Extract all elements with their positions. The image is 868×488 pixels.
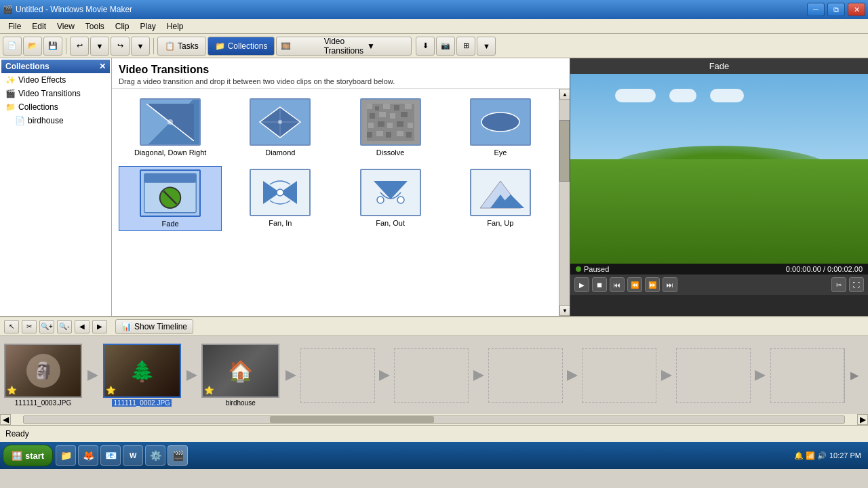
sb-select-button[interactable]: ↖	[4, 320, 19, 333]
menu-view[interactable]: View	[52, 20, 80, 33]
undo-button[interactable]: ↩	[70, 37, 89, 56]
scroll-left-button[interactable]: ◀	[0, 414, 11, 425]
tasks-button[interactable]: 📋 Tasks	[157, 37, 206, 56]
undo-dropdown[interactable]: ▼	[90, 37, 109, 56]
scroll-right-button[interactable]: ▶	[857, 414, 868, 425]
content-scrollbar[interactable]: ▲ ▼	[559, 89, 570, 316]
transition-thumb-fan-in	[250, 169, 311, 216]
sb-trim-button[interactable]: ✂	[22, 320, 37, 333]
birdhouse-label: birdhouse	[28, 116, 64, 125]
transition-fan-out[interactable]: Fan, Out	[339, 166, 442, 231]
svg-rect-14	[379, 112, 386, 117]
transition-fan-in[interactable]: Fan, In	[229, 166, 332, 231]
sidebar-item-video-transitions[interactable]: 🎬 Video Transitions	[1, 87, 110, 100]
empty-slot-6[interactable]	[770, 348, 845, 403]
toolbar-separator-2	[153, 38, 154, 54]
empty-slot-5[interactable]	[676, 348, 751, 403]
collections-button[interactable]: 📁 Collections	[208, 37, 275, 56]
import-button[interactable]: ⬇	[416, 37, 435, 56]
sidebar-item-collections[interactable]: 📁 Collections	[1, 100, 110, 114]
sidebar-item-video-effects[interactable]: ✨ Video Effects	[1, 73, 110, 87]
horizontal-scrollbar[interactable]	[23, 415, 845, 424]
menu-edit[interactable]: Edit	[26, 20, 52, 33]
svg-point-2	[167, 119, 173, 125]
open-button[interactable]: 📂	[23, 37, 42, 56]
stop-button[interactable]: ⏹	[592, 277, 607, 292]
rewind-button[interactable]: ⏮	[610, 277, 625, 292]
close-button[interactable]: ✕	[848, 3, 865, 16]
sidebar-item-birdhouse[interactable]: 📄 birdhouse	[1, 114, 110, 127]
menu-help[interactable]: Help	[161, 20, 189, 33]
next-frame-button[interactable]: ⏩	[645, 277, 660, 292]
h-scroll-thumb[interactable]	[270, 416, 434, 423]
svg-rect-20	[397, 121, 403, 127]
sb-next-button[interactable]: ▶	[92, 320, 107, 333]
taskbar-items: 📁 🦊 📧 W ⚙️ 🎬	[56, 445, 790, 466]
empty-slot-1[interactable]	[300, 348, 375, 403]
camera-button[interactable]: 📷	[436, 37, 455, 56]
sb-prev-button[interactable]: ◀	[75, 320, 90, 333]
clip-thumb-1[interactable]: 🗿 ⭐	[4, 344, 82, 398]
end-button[interactable]: ⏭	[663, 277, 677, 292]
taskbar-firefox[interactable]: 🦊	[78, 445, 98, 466]
dropdown-icon: 🎞️	[281, 41, 321, 51]
menu-play[interactable]: Play	[135, 20, 161, 33]
storyboard-container: ↖ ✂ 🔍+ 🔍- ◀ ▶ 📊 Show Timeline 🗿 ⭐ 111111…	[0, 316, 868, 414]
restore-button[interactable]: ⧉	[827, 3, 845, 16]
transition-dropdown[interactable]: 🎞️ Video Transitions ▼	[276, 37, 412, 56]
transition-diamond[interactable]: Diamond	[229, 96, 332, 159]
scroll-down-button[interactable]: ▼	[559, 305, 570, 316]
empty-slot-2[interactable]	[394, 348, 469, 403]
taskbar-mail[interactable]: 📧	[100, 445, 121, 466]
start-label: start	[25, 451, 44, 461]
content-header: Video Transitions Drag a video transitio…	[112, 58, 570, 89]
sidebar-header: Collections ✕	[1, 60, 110, 73]
new-button[interactable]: 📄	[3, 37, 22, 56]
fullscreen-button[interactable]: ⛶	[849, 277, 864, 292]
split-button[interactable]: ✂	[831, 277, 846, 292]
play-button[interactable]: ▶	[574, 277, 589, 292]
empty-slot-4[interactable]	[582, 348, 656, 403]
taskbar-time: 10:27 PM	[829, 451, 861, 460]
menu-clip[interactable]: Clip	[110, 20, 135, 33]
taskbar-settings[interactable]: ⚙️	[145, 445, 165, 466]
redo-dropdown[interactable]: ▼	[131, 37, 150, 56]
scroll-up-button[interactable]: ▲	[559, 89, 570, 100]
sidebar-close-icon[interactable]: ✕	[99, 62, 106, 71]
sb-zoom-in-button[interactable]: 🔍+	[39, 320, 54, 333]
svg-rect-13	[370, 113, 375, 119]
menu-tools[interactable]: Tools	[80, 20, 110, 33]
view-button[interactable]: ⊞	[456, 37, 475, 56]
statusbar: Ready	[0, 425, 868, 442]
video-effects-label: Video Effects	[18, 75, 66, 85]
sb-zoom-out-button[interactable]: 🔍-	[57, 320, 72, 333]
menu-file[interactable]: File	[3, 20, 26, 33]
minimize-button[interactable]: ─	[807, 3, 825, 16]
status-indicator	[576, 266, 581, 272]
clip-thumb-2[interactable]: 🌲 ⭐	[103, 344, 181, 398]
prev-frame-button[interactable]: ⏪	[627, 277, 642, 292]
timeline-icon: 📊	[121, 322, 132, 331]
taskbar-moviemaker[interactable]: 🎬	[167, 445, 188, 466]
clip-thumb-3[interactable]: 🏠 ⭐	[201, 344, 279, 398]
dropdown-arrow: ▼	[367, 41, 407, 51]
transition-eye[interactable]: Eye	[449, 96, 552, 159]
transition-thumb-fan-out	[360, 169, 421, 216]
redo-button[interactable]: ↪	[111, 37, 130, 56]
empty-slot-3[interactable]	[488, 348, 563, 403]
taskbar-word[interactable]: W	[123, 445, 143, 466]
transition-dissolve[interactable]: Dissolve	[339, 96, 442, 159]
transition-fan-up[interactable]: Fan, Up	[449, 166, 552, 231]
storyboard-clip-2: 🌲 ⭐ 111111_0002.JPG	[103, 344, 181, 407]
taskbar-explorer[interactable]: 📁	[56, 445, 76, 466]
show-timeline-button[interactable]: 📊 Show Timeline	[115, 319, 193, 334]
scroll-thumb[interactable]	[559, 120, 570, 182]
transition-fade[interactable]: Fade	[119, 166, 222, 231]
save-button[interactable]: 💾	[43, 37, 62, 56]
transition-thumb-fade	[140, 169, 201, 217]
svg-rect-15	[390, 113, 395, 119]
content-description: Drag a video transition and drop it betw…	[119, 77, 563, 85]
view-dropdown[interactable]: ▼	[477, 37, 496, 56]
start-button[interactable]: 🪟 start	[3, 445, 53, 466]
transition-diagonal-down-right[interactable]: Diagonal, Down Right	[119, 96, 222, 159]
